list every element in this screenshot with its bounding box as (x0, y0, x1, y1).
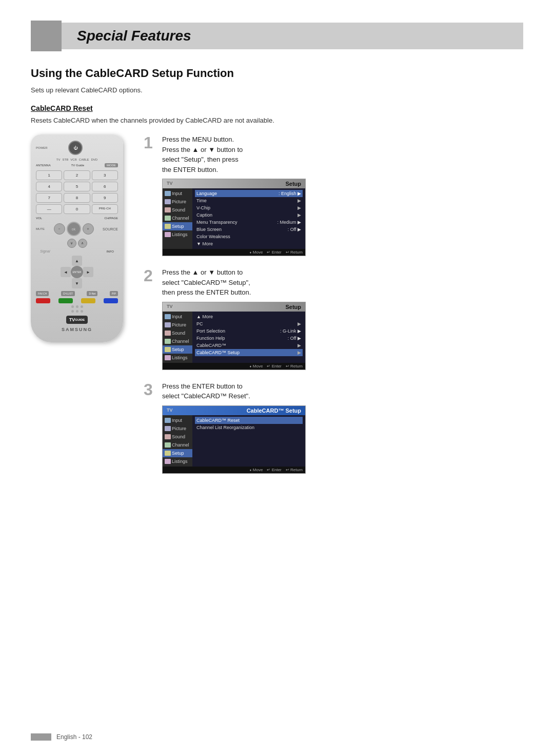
vol-down-btn[interactable]: － (54, 223, 65, 235)
pip-btn[interactable]: PIP (110, 291, 118, 296)
menu-row-vchip: V-Chip▶ (195, 204, 303, 211)
ch-up-btn[interactable]: ∧ (78, 239, 87, 248)
menu2-row-funchelp: Function Help: Off ▶ (195, 335, 303, 342)
num-btn-0[interactable]: 0 (64, 204, 90, 214)
step-2-content: Press the ▲ or ▼ button to select "Cable… (162, 267, 523, 370)
remote-dots (36, 305, 118, 308)
content-area: POWER ⏻ TVSTBVCRCABLEDVD ANTENNA TV Guid… (31, 134, 523, 485)
num-btn-6[interactable]: 6 (92, 182, 118, 191)
menu-row-bluescreen: Blue Screen: Off ▶ (195, 226, 303, 233)
remote-source-labels: TVSTBVCRCABLEDVD (36, 158, 118, 161)
tv-menu-1-footer: ⬧ Move ↵ Enter ↩ Return (163, 249, 305, 256)
color-btn-yellow[interactable] (81, 298, 95, 303)
step-1-text: Press the MENU button. Press the ▲ or ▼ … (162, 134, 523, 175)
menu2-row-pc: PC▶ (195, 320, 303, 327)
color-btn-green[interactable] (58, 298, 73, 303)
steps-area: 1 Press the MENU button. Press the ▲ or … (144, 134, 523, 485)
step-2: 2 Press the ▲ or ▼ button to select "Cab… (144, 267, 523, 370)
sidebar3-sound: Sound (163, 433, 192, 441)
sidebar-input: Input (163, 189, 192, 198)
tv-menu-2-footer: ⬧ Move ↵ Enter ↩ Return (163, 363, 305, 370)
step-2-text: Press the ▲ or ▼ button to select "Cable… (162, 267, 523, 298)
vol-up-btn[interactable]: ＋ (83, 223, 94, 235)
color-btn-blue[interactable] (104, 298, 118, 303)
num-btn-7[interactable]: 7 (36, 193, 62, 203)
num-btn-dash[interactable]: — (36, 204, 62, 214)
header-title-box: Special Features (62, 23, 523, 49)
num-btn-8[interactable]: 8 (64, 193, 90, 203)
sidebar3-input: Input (163, 416, 192, 424)
sidebar3-listings: Listings (163, 457, 192, 466)
num-btn-3[interactable]: 3 (92, 170, 118, 180)
nav-left-btn[interactable]: ◄ (61, 267, 71, 277)
num-btn-prech[interactable]: PRE-CH (92, 204, 118, 214)
tv-menu-3-body: Input Picture Sound (163, 415, 305, 467)
step-1: 1 Press the MENU button. Press the ▲ or … (144, 134, 523, 256)
sidebar-channel: Channel (163, 214, 192, 222)
num-btn-5[interactable]: 5 (64, 182, 90, 191)
menu3-row-reorganization: Channel List Reorganization (195, 424, 303, 431)
footer-accent (31, 733, 51, 741)
num-btn-1[interactable]: 1 (36, 170, 62, 180)
remote-tv-logo: TVGUIDE (36, 316, 118, 324)
tv-menu-3-footer: ⬧ Move ↵ Enter ↩ Return (163, 467, 305, 473)
nav-up-btn[interactable]: ▲ (72, 256, 82, 266)
tv-menu-1-body: Input Picture Sound (163, 188, 305, 249)
num-btn-4[interactable]: 4 (36, 182, 62, 191)
remote-vol-row: MUTE － ok ＋ SOURCE (36, 222, 118, 236)
menu-row-caption: Caption▶ (195, 211, 303, 219)
header-accent-block (31, 21, 62, 51)
remote-func-row: FAV.CH CH.LIST D-Net PIP (36, 291, 118, 296)
sidebar-picture: Picture (163, 198, 192, 206)
page-header: Special Features (31, 21, 523, 51)
remote-top-controls: ANTENNA TV Guide MODE (36, 163, 118, 167)
page-number: English - 102 (56, 733, 92, 741)
ch-down-btn[interactable]: ∨ (67, 239, 76, 248)
subsection-title: CableCARD Reset (31, 104, 523, 112)
menu-row-transparency: Menu Transparency: Medium ▶ (195, 219, 303, 226)
tv-menu-3-sidebar: Input Picture Sound (163, 415, 192, 467)
color-btn-red[interactable] (36, 298, 50, 303)
tv-menu-1-sidebar: Input Picture Sound (163, 188, 192, 249)
remote-brand: SAMSUNG (36, 327, 118, 332)
section-title: Using the CableCARD Setup Function (31, 67, 523, 80)
ch-list-btn[interactable]: CH.LIST (61, 291, 75, 296)
num-btn-9[interactable]: 9 (92, 193, 118, 203)
enter-btn[interactable]: ENTER (71, 266, 83, 278)
subsection-description: Resets CableCARD when the channels provi… (31, 117, 523, 124)
remote-color-buttons (36, 298, 118, 303)
remote-control: POWER ⏻ TVSTBVCRCABLEDVD ANTENNA TV Guid… (31, 134, 123, 342)
nav-down-btn[interactable]: ▼ (72, 278, 82, 288)
tv-menu-1-header: TV Setup (163, 179, 305, 188)
d-net-btn[interactable]: D-Net (87, 291, 97, 296)
power-button[interactable]: ⏻ (68, 141, 83, 155)
sidebar3-setup-active: Setup (163, 449, 192, 457)
step-3-text: Press the ENTER button to select "CableC… (162, 381, 523, 401)
remote-dots-2 (36, 310, 118, 313)
step-1-content: Press the MENU button. Press the ▲ or ▼ … (162, 134, 523, 256)
step-3-content: Press the ENTER button to select "CableC… (162, 381, 523, 474)
sidebar3-channel: Channel (163, 441, 192, 449)
remote-control-container: POWER ⏻ TVSTBVCRCABLEDVD ANTENNA TV Guid… (31, 134, 133, 485)
menu-row-more: ▼ More (195, 240, 303, 247)
sidebar2-channel: Channel (163, 337, 192, 345)
menu3-row-reset: CableCARD™ Reset (195, 417, 303, 424)
step-1-number: 1 (144, 134, 155, 151)
sidebar2-input: Input (163, 313, 192, 321)
page-title: Special Features (77, 28, 191, 44)
sidebar2-setup-active: Setup (163, 345, 192, 354)
menu2-row-more: ▲ More (195, 313, 303, 320)
tv-menu-1: TV Setup Input Pictu (162, 179, 306, 256)
tv-menu-2-main: ▲ More PC▶ Port Selection: G-Link ▶ Func… (192, 312, 305, 363)
menu-row-time: Time▶ (195, 197, 303, 204)
fav-ch-btn[interactable]: FAV.CH (36, 291, 49, 296)
nav-right-btn[interactable]: ► (83, 267, 93, 277)
mode-button[interactable]: MODE (105, 163, 118, 167)
tv-menu-3: TV CableCARD™ Setup Input (162, 405, 306, 474)
main-content: Using the CableCARD Setup Function Sets … (31, 67, 523, 485)
sidebar2-sound: Sound (163, 329, 192, 337)
num-btn-2[interactable]: 2 (64, 170, 90, 180)
menu-row-language: Language: English ▶ (195, 190, 303, 197)
tv-menu-1-main: Language: English ▶ Time▶ V-Chip▶ Captio… (192, 188, 305, 249)
menu-row-colorweakness: Color Weakness (195, 233, 303, 240)
